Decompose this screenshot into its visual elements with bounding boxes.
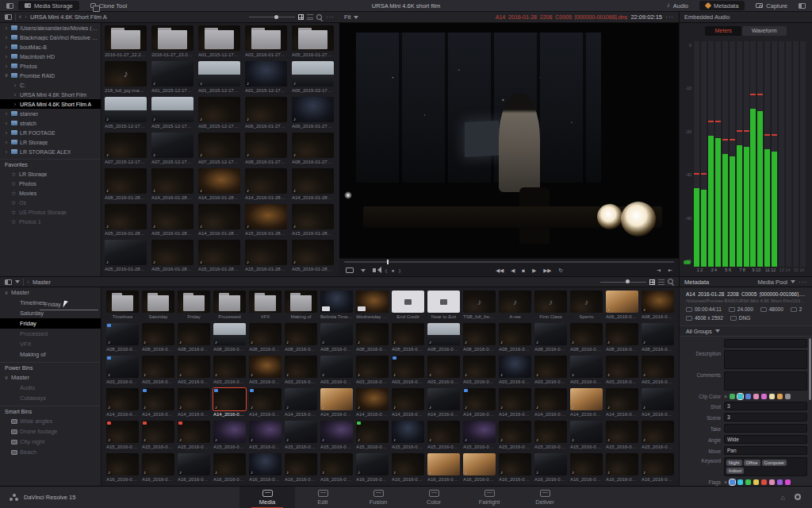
pool-thumb[interactable]: ♪A15_2016-01-28...	[426, 419, 462, 452]
keyword-tag[interactable]: Night	[726, 460, 742, 466]
pool-thumb[interactable]: ♪A03_2016-01-28...	[497, 354, 533, 387]
media-thumb[interactable]: ♪A05_2015-12-17_187...	[196, 95, 243, 131]
pool-thumb[interactable]: ♪A14_2016-01-28...	[212, 387, 247, 419]
pool-thumb[interactable]: ♪A08_2016-01-28...	[604, 321, 640, 354]
pool-thumb[interactable]: ♪A03_2016-01-28...	[176, 354, 212, 387]
pool-thumb[interactable]: ♪A06_2016-01-27...	[604, 289, 640, 321]
pool-thumb[interactable]: ♪A08_2016-01-28...	[354, 321, 390, 354]
drive-item[interactable]: ›bootMac-B	[0, 42, 101, 52]
drive-item[interactable]: ›Photos	[0, 61, 101, 71]
pool-thumb[interactable]: ♪A16_2016-01-28...	[569, 452, 604, 484]
media-thumb[interactable]: ♪A05_2016-01-28_009...	[102, 238, 149, 274]
pool-thumb[interactable]: ♪A08_2016-01-28...	[319, 321, 354, 354]
media-thumb[interactable]: ♪A08_2016-01-27_221...	[289, 131, 336, 167]
power-bin-item[interactable]: ∨Master	[0, 372, 101, 383]
media-thumb[interactable]: ♪A15_2016-01-28_228...	[243, 238, 289, 274]
take-field[interactable]	[724, 424, 807, 433]
last-frame-button[interactable]: ▶▶	[543, 267, 551, 274]
media-thumb[interactable]: ♪A15_2016-01-28_227...	[196, 238, 243, 274]
options-menu-icon[interactable]: ···	[326, 13, 335, 21]
pool-thumb[interactable]: ♪A03_2016-01-28...	[354, 354, 390, 387]
tab-meters[interactable]: Meters	[705, 26, 741, 36]
pool-thumb[interactable]: ♪A16_2016-01-28...	[212, 452, 247, 484]
layout-icon[interactable]	[799, 3, 806, 9]
pool-thumb[interactable]: ♪A16_2016-01-28...	[390, 452, 426, 484]
keyword-tag[interactable]: Computer	[762, 460, 787, 466]
pool-thumb[interactable]: ♪A15_2016-01-28...	[176, 419, 212, 452]
color-swatch[interactable]	[745, 479, 751, 485]
color-swatch[interactable]	[785, 394, 791, 399]
tab-fusion[interactable]: Fusion	[350, 487, 406, 508]
pool-thumb[interactable]: ♪A03_2016-01-28...	[247, 354, 283, 387]
color-swatch[interactable]	[777, 479, 783, 485]
move-field[interactable]	[724, 446, 807, 455]
color-swatch[interactable]	[761, 394, 767, 399]
pool-thumb[interactable]: ♪A15_2016-01-28...	[497, 419, 533, 452]
pool-thumb[interactable]: ♪A15_2016-01-28...	[640, 419, 676, 452]
bin-back-icon[interactable]: ‹	[27, 279, 29, 286]
media-thumb[interactable]: ♪A07_2015-12-17_192...	[196, 131, 243, 167]
media-thumb[interactable]: ♪A14_2016-01-28_223...	[289, 167, 336, 202]
search-icon[interactable]	[316, 14, 323, 21]
pool-thumb[interactable]: ♪A14_2016-01-28...	[426, 387, 462, 419]
pool-grid-view-icon[interactable]	[649, 279, 655, 285]
video-frame[interactable]	[339, 23, 679, 258]
media-thumb[interactable]: ♪A05_2015-12-17_185...	[102, 95, 149, 131]
smart-bin-item[interactable]: Wide angles	[0, 416, 101, 426]
pool-thumb[interactable]: ♪A16_2016-01-28...	[640, 452, 676, 484]
favorite-item[interactable]: ☆Movies	[0, 188, 101, 198]
pool-thumb[interactable]: ♪A08_2016-01-28...	[640, 321, 676, 354]
drive-item[interactable]: ›Macintosh HD	[0, 52, 101, 61]
shot-field[interactable]	[724, 402, 807, 410]
drive-item[interactable]: ∨Promise RAID	[0, 71, 101, 80]
pool-thumb[interactable]: ♪A16_2016-01-28...	[604, 452, 640, 484]
pool-thumb[interactable]: Friday	[176, 289, 212, 321]
pool-thumb[interactable]: ♪A03_2016-01-28...	[640, 354, 676, 387]
pool-thumb[interactable]: ♪First Class	[533, 289, 569, 321]
pool-list-view-icon[interactable]	[658, 279, 665, 285]
grid-view-icon[interactable]	[298, 14, 304, 20]
pool-thumb[interactable]: ♪A14_2016-01-28...	[140, 387, 176, 419]
color-swatch[interactable]	[769, 394, 775, 399]
color-swatch[interactable]	[769, 479, 775, 485]
pool-thumb[interactable]: ♪A16_2016-01-28...	[105, 452, 140, 484]
bin-list-toggle-icon[interactable]	[5, 279, 12, 285]
home-icon[interactable]: ⌂	[781, 494, 785, 502]
media-thumb[interactable]: ♪A05_2016-01-28_005...	[102, 202, 149, 238]
no-color-icon[interactable]: ×	[724, 394, 727, 399]
pool-thumb[interactable]: ♪A16_2016-01-28...	[176, 452, 212, 484]
pool-thumb[interactable]: ♪A15_2016-01-28...	[212, 419, 247, 452]
pool-thumb[interactable]: ♪A16_2016-01-28...	[354, 452, 390, 484]
pool-thumb[interactable]: ♪A14_2016-01-28...	[105, 387, 140, 419]
media-thumb[interactable]: ♪A05_2016-01-28_010...	[149, 238, 196, 274]
clone-tool-button[interactable]: Clone Tool	[84, 1, 133, 10]
favorite-item[interactable]: ☆LR Storage	[0, 169, 101, 179]
tab-edit[interactable]: Edit	[295, 487, 350, 508]
pool-thumb[interactable]: Processed	[212, 289, 247, 321]
pool-thumb[interactable]: ♪A16_2016-01-28...	[140, 452, 176, 484]
pool-thumb[interactable]: ♪A15_2016-01-28...	[604, 419, 640, 452]
pool-thumb[interactable]: ♪A16_2016-01-28...	[533, 452, 569, 484]
favorite-item[interactable]: ☆Photos 1	[0, 217, 101, 226]
pool-thumb[interactable]: ♪A15_2016-01-28...	[140, 419, 176, 452]
media-thumb[interactable]: A03_2016-01-27_224...	[243, 24, 289, 60]
pool-thumb[interactable]: ♪A15_2016-01-28...	[283, 419, 319, 452]
play-button[interactable]: ▶	[532, 267, 536, 274]
power-bin-item[interactable]: Audio	[0, 383, 101, 393]
smart-bin-item[interactable]: Drone footage	[0, 426, 101, 437]
metadata-groups-dropdown[interactable]: All Groups	[680, 325, 812, 337]
thumbnail-size-slider[interactable]	[249, 14, 295, 21]
color-swatch[interactable]	[737, 394, 743, 399]
media-thumb[interactable]: ♪A14_2016-01-28_220...	[149, 167, 196, 202]
pool-thumb[interactable]: ♪A08_2016-01-28...	[426, 321, 462, 354]
mark-in-icon[interactable]: ⇥	[657, 267, 661, 274]
pool-thumb[interactable]: Saturday	[140, 289, 176, 321]
media-thumb[interactable]: ♪A15_2016-01-28_225...	[243, 202, 289, 238]
list-view-icon[interactable]	[307, 14, 313, 20]
pool-thumb[interactable]: ♪A14_2016-01-28...	[462, 387, 497, 419]
metadata-scrollbar[interactable]	[809, 338, 811, 400]
pool-thumb[interactable]: ♪A14_2016-01-28...	[176, 387, 212, 419]
pool-thumb[interactable]: ♪A03_2016-01-28...	[140, 354, 176, 387]
audio-panel-button[interactable]: ♪ Audio	[661, 1, 695, 10]
color-swatch[interactable]	[753, 479, 759, 485]
